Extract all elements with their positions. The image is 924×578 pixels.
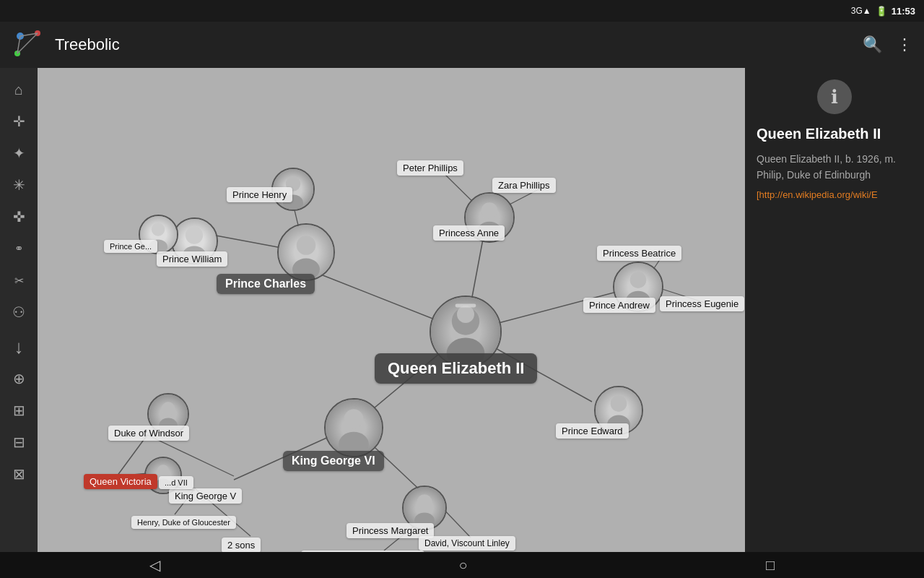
tree-canvas[interactable]: Queen Elizabeth II Prince Charles Prince… — [38, 68, 745, 552]
panel-link[interactable]: [http://en.wikipedia.org/wiki/E — [757, 189, 912, 200]
king-george-vi-label[interactable]: King George VI — [283, 451, 384, 471]
king-george-vi-portrait[interactable] — [324, 398, 383, 457]
svg-point-32 — [297, 236, 316, 255]
sidebar-link-btn[interactable]: ⚭ — [4, 234, 33, 263]
info-icon: ℹ — [831, 86, 838, 108]
status-bar: 3G▲ 🔋 11:53 — [0, 0, 924, 22]
panel-description: Queen Elizabeth II, b. 1926, m. Philip, … — [757, 151, 912, 184]
svg-point-50 — [162, 402, 175, 415]
prince-charles-label[interactable]: Prince Charles — [217, 274, 315, 294]
app-logo — [12, 27, 46, 62]
more-options-icon[interactable]: ⋮ — [897, 35, 912, 54]
sidebar-down-btn[interactable]: ↓ — [4, 332, 33, 361]
princess-anne-label[interactable]: Princess Anne — [433, 225, 505, 241]
princess-eugenie-label[interactable]: Princess Eugenie — [660, 296, 744, 311]
peter-phillips-label[interactable]: Peter Phillips — [397, 160, 463, 176]
duke-of-windsor-label[interactable]: Duke of Windsor — [108, 426, 189, 441]
bottom-nav: ◁ ○ □ — [0, 552, 924, 578]
toolbar-icons: 🔍 ⋮ — [863, 35, 912, 54]
search-icon[interactable]: 🔍 — [863, 35, 882, 54]
david-viscount-label[interactable]: David, Viscount Linley — [419, 536, 515, 551]
prince-william-label[interactable]: Prince William — [157, 251, 227, 267]
svg-rect-31 — [456, 304, 476, 308]
prince-george-label[interactable]: Prince Ge... — [104, 240, 157, 253]
battery-icon: 🔋 — [876, 6, 887, 17]
info-icon-circle: ℹ — [817, 79, 852, 114]
sidebar-orient-btn[interactable]: ⊕ — [4, 364, 33, 393]
svg-point-42 — [630, 272, 647, 288]
recents-button[interactable]: □ — [766, 557, 775, 574]
queen-victoria-label[interactable]: Queen Victoria — [84, 474, 157, 489]
svg-point-38 — [152, 223, 165, 236]
zara-phillips-label[interactable]: Zara Phillips — [492, 178, 556, 193]
sidebar-zoom-btn[interactable]: ✦ — [4, 139, 33, 168]
svg-point-44 — [611, 395, 627, 412]
lady-sarah-label[interactable]: Lady Sarah Armstrong-Jones — [301, 551, 424, 552]
sidebar-merge-btn[interactable]: ⚇ — [4, 298, 33, 327]
sidebar-compass-btn[interactable]: ✛ — [4, 107, 33, 136]
sidebar-layer3-btn[interactable]: ⊠ — [4, 460, 33, 488]
right-panel: ℹ Queen Elizabeth II Queen Elizabeth II,… — [745, 68, 924, 552]
left-sidebar: ⌂ ✛ ✦ ✳ ✜ ⚭ ✂ ⚇ ↓ ⊕ ⊞ ⊟ ⊠ — [0, 68, 38, 552]
signal-icon: 3G▲ — [851, 6, 871, 16]
edward-vii-label[interactable]: ...d VII — [159, 476, 193, 489]
sidebar-layer2-btn[interactable]: ⊟ — [4, 428, 33, 457]
prince-charles-portrait[interactable] — [277, 223, 335, 281]
time-display: 11:53 — [892, 6, 915, 17]
home-button[interactable]: ○ — [458, 557, 467, 574]
main-area: ⌂ ✛ ✦ ✳ ✜ ⚭ ✂ ⚇ ↓ ⊕ ⊞ ⊟ ⊠ — [0, 68, 924, 552]
panel-title: Queen Elizabeth II — [757, 126, 912, 142]
svg-line-23 — [117, 435, 147, 476]
sidebar-layer1-btn[interactable]: ⊞ — [4, 396, 33, 425]
svg-point-36 — [186, 226, 203, 243]
prince-andrew-label[interactable]: Prince Andrew — [583, 298, 655, 313]
svg-point-52 — [157, 465, 170, 477]
king-george-v-label[interactable]: King George V — [169, 488, 242, 504]
app-title: Treebolic — [55, 35, 863, 54]
sidebar-scissors-btn[interactable]: ✂ — [4, 266, 33, 295]
svg-point-46 — [344, 409, 364, 428]
sidebar-home-btn[interactable]: ⌂ — [4, 75, 33, 104]
prince-edward-label[interactable]: Prince Edward — [556, 423, 629, 439]
princess-beatrice-label[interactable]: Princess Beatrice — [597, 246, 681, 261]
prince-henry-label[interactable]: Prince Henry — [227, 187, 292, 202]
svg-point-40 — [481, 202, 498, 219]
svg-point-30 — [457, 306, 474, 323]
queen-elizabeth-label[interactable]: Queen Elizabeth II — [375, 353, 537, 384]
two-sons-label[interactable]: 2 sons — [222, 538, 261, 552]
henry-gloucester-label[interactable]: Henry, Duke of Gloucester — [131, 516, 236, 529]
sidebar-star-btn[interactable]: ✳ — [4, 171, 33, 199]
top-bar: Treebolic 🔍 ⋮ — [0, 22, 924, 68]
back-button[interactable]: ◁ — [149, 556, 160, 574]
sidebar-nav-btn[interactable]: ✜ — [4, 202, 33, 231]
svg-point-48 — [417, 494, 432, 509]
